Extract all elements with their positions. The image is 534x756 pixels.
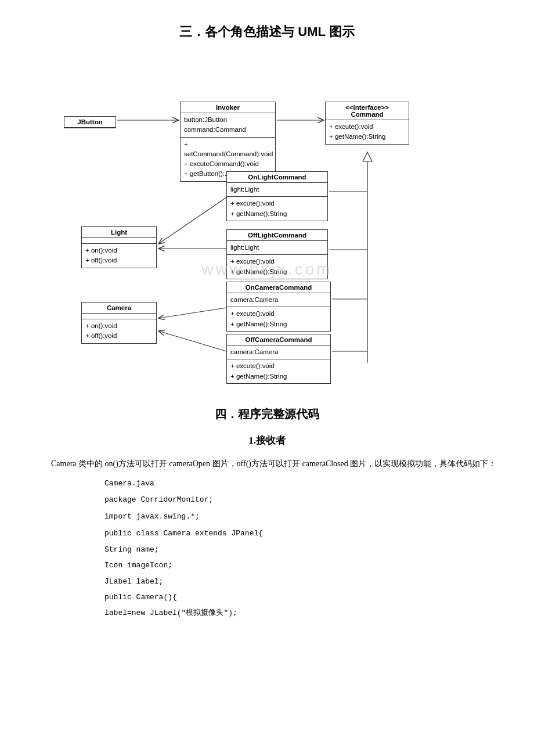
code-line-3: public class Camera extends JPanel{: [104, 527, 499, 540]
invoker-fields: button:JButton command:Command: [181, 113, 275, 138]
onlight-method-1: + excute():void: [230, 199, 324, 208]
code-section: Camera.java package CorridorMonitor; imp…: [70, 477, 499, 620]
camera-title: Camera: [82, 303, 156, 314]
oncamera-title: OnCameraCommand: [227, 282, 330, 293]
oncamera-method-1: + excute():void: [230, 309, 327, 319]
onlight-method-2: + getName():String: [230, 209, 324, 219]
light-empty: [82, 238, 156, 244]
onlight-box: OnLightCommand light:Light + excute():vo…: [226, 171, 328, 221]
camera-methods: + on():void + off():void: [82, 319, 156, 343]
offcamera-field: camera:Camera: [227, 345, 330, 359]
code-line-1: package CorridorMonitor;: [104, 493, 499, 506]
command-interface-label: <<interface>> Command: [326, 102, 409, 120]
jbutton-box: JButton: [64, 116, 116, 128]
light-method-1: + on():void: [85, 246, 153, 255]
offcamera-method-1: + excute():void: [230, 361, 327, 371]
uml-diagram: JButton Invoker button:JButton command:C…: [46, 58, 488, 383]
code-line-5: Icon imageIcon;: [104, 559, 499, 572]
invoker-title: Invoker: [181, 102, 275, 113]
offcamera-box: OffCameraCommand camera:Camera + excute(…: [226, 334, 331, 384]
camera-box: Camera + on():void + off():void: [81, 302, 157, 344]
invoker-field-2: command:Command: [184, 125, 272, 135]
light-box: Light + on():void + off():void: [81, 226, 157, 268]
svg-marker-9: [363, 152, 372, 161]
svg-line-13: [158, 331, 226, 351]
sub-title-1: 1.接收者: [35, 434, 499, 447]
offcamera-field-1: camera:Camera: [230, 347, 327, 357]
oncamera-field: camera:Camera: [227, 293, 330, 307]
camera-method-1: + on():void: [85, 321, 153, 331]
command-stereotype: <<interface>>: [329, 104, 405, 111]
camera-method-2: + off():void: [85, 331, 153, 341]
light-title: Light: [82, 227, 156, 238]
onlight-field: light:Light: [227, 183, 327, 197]
code-filename: Camera.java: [104, 477, 499, 490]
camera-empty: [82, 314, 156, 319]
command-method-1: + excute():void: [329, 122, 405, 132]
oncamera-box: OnCameraCommand camera:Camera + excute()…: [226, 282, 331, 332]
offlight-field: light:Light: [227, 241, 327, 255]
watermark: www.bkjx.com: [201, 260, 332, 279]
command-classname: Command: [329, 111, 405, 118]
code-line-6: JLabel label;: [104, 575, 499, 588]
description-text: Camera 类中的 on()方法可以打开 cameraOpen 图片，off(…: [35, 456, 499, 471]
section3-title: 三．各个角色描述与 UML 图示: [35, 23, 499, 41]
invoker-method-2: + excuteCommand():void: [184, 159, 272, 169]
section4-title: 四．程序完整源代码: [35, 406, 499, 422]
command-box: <<interface>> Command + excute():void + …: [325, 102, 409, 145]
oncamera-methods: + excute():void + getName():String: [227, 307, 330, 331]
jbutton-title: JButton: [64, 117, 116, 128]
offcamera-method-2: + getName():String: [230, 372, 327, 381]
invoker-method-1: + setCommand(Command):void: [184, 139, 272, 160]
onlight-methods: + excute():void + getName():String: [227, 197, 327, 221]
command-methods: + excute():void + getName():String: [326, 120, 409, 144]
light-method-2: + off():void: [85, 255, 153, 265]
svg-line-10: [158, 197, 226, 244]
offlight-field-1: light:Light: [230, 243, 324, 253]
code-line-7: public Camera(){: [104, 591, 499, 604]
offcamera-title: OffCameraCommand: [227, 334, 330, 345]
command-method-2: + getName():String: [329, 132, 405, 142]
code-line-8: label=new JLabel("模拟摄像头");: [104, 606, 499, 620]
invoker-field-1: button:JButton: [184, 115, 272, 125]
invoker-box: Invoker button:JButton command:Command +…: [180, 102, 276, 182]
onlight-title: OnLightCommand: [227, 172, 327, 183]
offlight-title: OffLightCommand: [227, 230, 327, 241]
oncamera-field-1: camera:Camera: [230, 295, 327, 305]
code-line-4: String name;: [104, 543, 499, 556]
oncamera-method-2: + getName():String: [230, 319, 327, 329]
code-line-2: import javax.swing.*;: [104, 510, 499, 523]
light-methods: + on():void + off():void: [82, 244, 156, 268]
onlight-field-1: light:Light: [230, 185, 324, 195]
offcamera-methods: + excute():void + getName():String: [227, 359, 330, 383]
svg-line-12: [158, 308, 226, 318]
